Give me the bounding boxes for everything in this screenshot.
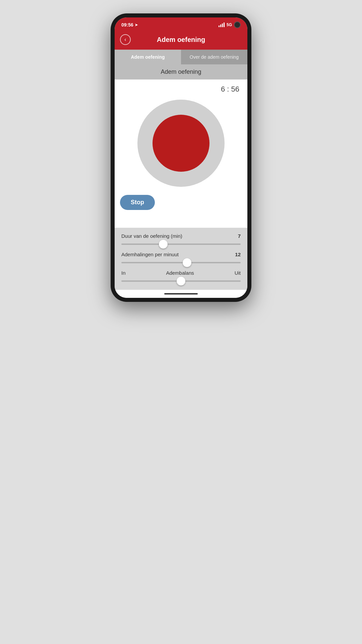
signal-bar-1 — [219, 25, 220, 27]
back-button[interactable]: ‹ — [120, 34, 131, 45]
adembalans-slider-track — [121, 280, 241, 282]
adembalans-right-label: Uit — [235, 270, 241, 276]
front-camera — [234, 21, 241, 28]
tab-adem-oefening[interactable]: Adem oefening — [115, 50, 181, 64]
breathing-inner-circle — [153, 115, 209, 172]
section-title: Adem oefening — [161, 68, 201, 75]
tabs-container: Adem oefening Over de adem oefening — [115, 50, 247, 64]
breaths-setting: Ademhalingen per minuut 12 — [121, 252, 241, 266]
status-bar: 09:56 ➤ 5G — [115, 17, 247, 31]
duration-value: 7 — [238, 233, 241, 239]
settings-panel: Duur van de oefening (min) 7 Ademhalinge… — [115, 228, 247, 290]
timer-display: 6 : 56 — [221, 85, 239, 94]
breaths-label-row: Ademhalingen per minuut 12 — [121, 252, 241, 257]
signal-bar-4 — [224, 22, 225, 27]
location-icon: ➤ — [135, 23, 138, 27]
app-bar-title: Adem oefening — [131, 36, 231, 44]
network-type: 5G — [227, 22, 232, 27]
duration-setting: Duur van de oefening (min) 7 — [121, 233, 241, 248]
breaths-label: Ademhalingen per minuut — [121, 252, 179, 257]
back-arrow-icon: ‹ — [124, 37, 126, 42]
duration-slider-container — [121, 241, 241, 248]
signal-bar-3 — [222, 23, 223, 27]
stop-button[interactable]: Stop — [120, 195, 155, 210]
app-bar: ‹ Adem oefening — [115, 31, 247, 50]
breathing-outer-circle — [137, 100, 225, 187]
status-time: 09:56 ➤ — [121, 22, 138, 28]
signal-bars — [219, 22, 225, 27]
breaths-slider-thumb[interactable] — [183, 258, 191, 267]
section-header: Adem oefening — [115, 64, 247, 79]
time-display: 09:56 — [121, 22, 133, 28]
duration-slider-thumb[interactable] — [159, 240, 168, 249]
adembalans-left-label: In — [121, 270, 126, 276]
breaths-value: 12 — [235, 252, 241, 257]
phone-screen: 09:56 ➤ 5G ‹ Adem oefening — [115, 17, 247, 298]
adembalans-labels: In Adembalans Uit — [121, 270, 241, 276]
adembalans-setting: In Adembalans Uit — [121, 270, 241, 284]
nav-indicator — [164, 293, 198, 294]
breaths-slider-track — [121, 262, 241, 263]
phone-shell: 09:56 ➤ 5G ‹ Adem oefening — [111, 13, 251, 302]
status-icons: 5G — [219, 21, 241, 28]
main-content: 6 : 56 Stop — [115, 79, 247, 228]
duration-slider-track — [121, 244, 241, 245]
breaths-slider-container — [121, 259, 241, 266]
tab-over-adem-oefening[interactable]: Over de adem oefening — [181, 50, 247, 64]
duration-label-row: Duur van de oefening (min) 7 — [121, 233, 241, 239]
adembalans-center-label: Adembalans — [166, 270, 194, 276]
adembalans-slider-container — [121, 278, 241, 284]
nav-bar — [115, 290, 247, 298]
duration-label: Duur van de oefening (min) — [121, 233, 182, 239]
adembalans-slider-thumb[interactable] — [177, 277, 185, 285]
signal-bar-2 — [220, 24, 221, 27]
